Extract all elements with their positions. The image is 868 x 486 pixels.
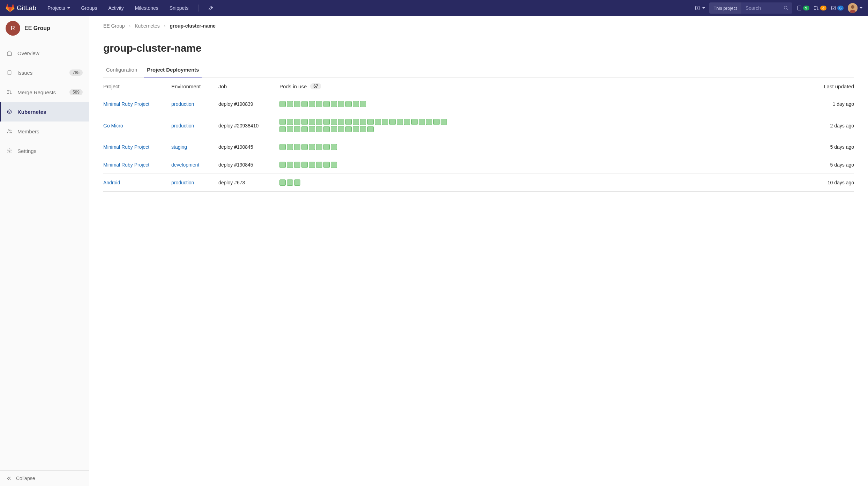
pod-square[interactable] — [279, 119, 286, 125]
pod-square[interactable] — [323, 144, 330, 150]
pod-square[interactable] — [345, 119, 352, 125]
pod-square[interactable] — [279, 101, 286, 107]
search-button[interactable] — [780, 5, 792, 11]
pod-square[interactable] — [353, 119, 359, 125]
pod-square[interactable] — [345, 126, 352, 132]
pod-square[interactable] — [331, 144, 337, 150]
pod-square[interactable] — [309, 101, 315, 107]
pod-square[interactable] — [331, 126, 337, 132]
gitlab-logo[interactable]: GitLab — [6, 3, 36, 13]
pod-square[interactable] — [301, 144, 308, 150]
project-link[interactable]: Minimal Ruby Project — [103, 101, 149, 107]
pod-square[interactable] — [316, 144, 322, 150]
pod-square[interactable] — [323, 101, 330, 107]
pod-square[interactable] — [294, 162, 300, 168]
pod-square[interactable] — [367, 126, 374, 132]
search-scope[interactable]: This project — [709, 2, 741, 14]
pod-square[interactable] — [331, 101, 337, 107]
project-link[interactable]: Minimal Ruby Project — [103, 162, 149, 168]
environment-link[interactable]: production — [171, 180, 194, 185]
pod-square[interactable] — [316, 101, 322, 107]
pod-square[interactable] — [287, 144, 293, 150]
header-todos[interactable]: 6 — [831, 5, 844, 11]
pod-square[interactable] — [375, 119, 381, 125]
pod-square[interactable] — [323, 126, 330, 132]
pod-square[interactable] — [338, 126, 344, 132]
pod-square[interactable] — [419, 119, 425, 125]
pod-square[interactable] — [294, 144, 300, 150]
pod-square[interactable] — [360, 119, 366, 125]
pod-square[interactable] — [397, 119, 403, 125]
pod-square[interactable] — [441, 119, 447, 125]
pod-square[interactable] — [323, 119, 330, 125]
pod-square[interactable] — [301, 126, 308, 132]
pod-square[interactable] — [294, 179, 300, 186]
pod-square[interactable] — [309, 119, 315, 125]
pod-square[interactable] — [367, 119, 374, 125]
project-link[interactable]: Minimal Ruby Project — [103, 144, 149, 150]
pod-square[interactable] — [287, 162, 293, 168]
nav-groups[interactable]: Groups — [77, 0, 102, 16]
pod-square[interactable] — [301, 119, 308, 125]
pod-square[interactable] — [294, 126, 300, 132]
pod-square[interactable] — [301, 162, 308, 168]
pod-square[interactable] — [360, 126, 366, 132]
pod-square[interactable] — [389, 119, 396, 125]
pod-square[interactable] — [309, 126, 315, 132]
header-issues[interactable]: 9 — [796, 5, 809, 11]
pod-square[interactable] — [287, 179, 293, 186]
environment-link[interactable]: production — [171, 101, 194, 107]
pod-square[interactable] — [279, 144, 286, 150]
pod-square[interactable] — [287, 119, 293, 125]
header-merge-requests[interactable]: 3 — [814, 5, 826, 11]
pod-square[interactable] — [287, 101, 293, 107]
project-link[interactable]: Go Micro — [103, 123, 123, 128]
sidebar-item-overview[interactable]: Overview — [0, 43, 89, 63]
nav-activity[interactable]: Activity — [104, 0, 128, 16]
sidebar-item-issues[interactable]: Issues 785 — [0, 63, 89, 82]
pod-square[interactable] — [345, 101, 352, 107]
search-input[interactable] — [741, 5, 780, 11]
sidebar-item-kubernetes[interactable]: Kubernetes — [0, 102, 89, 122]
new-dropdown[interactable] — [695, 5, 705, 11]
nav-snippets[interactable]: Snippets — [165, 0, 193, 16]
sidebar-item-merge-requests[interactable]: Merge Requests 589 — [0, 82, 89, 102]
pod-square[interactable] — [382, 119, 388, 125]
pod-square[interactable] — [426, 119, 432, 125]
pod-square[interactable] — [331, 162, 337, 168]
nav-milestones[interactable]: Milestones — [131, 0, 163, 16]
pod-square[interactable] — [294, 119, 300, 125]
nav-admin[interactable] — [204, 0, 218, 16]
pod-square[interactable] — [279, 126, 286, 132]
pod-square[interactable] — [309, 162, 315, 168]
tab-configuration[interactable]: Configuration — [103, 62, 140, 77]
project-link[interactable]: Android — [103, 180, 120, 185]
sidebar-header[interactable]: R EE Group — [0, 16, 89, 40]
pod-square[interactable] — [294, 101, 300, 107]
pod-square[interactable] — [279, 162, 286, 168]
pod-square[interactable] — [301, 101, 308, 107]
sidebar-item-settings[interactable]: Settings — [0, 141, 89, 161]
pod-square[interactable] — [353, 126, 359, 132]
breadcrumb-section[interactable]: Kubernetes — [135, 23, 160, 29]
pod-square[interactable] — [316, 119, 322, 125]
pod-square[interactable] — [353, 101, 359, 107]
pod-square[interactable] — [323, 162, 330, 168]
pod-square[interactable] — [309, 144, 315, 150]
sidebar-item-members[interactable]: Members — [0, 122, 89, 141]
pod-square[interactable] — [331, 119, 337, 125]
pod-square[interactable] — [360, 101, 366, 107]
pod-square[interactable] — [287, 126, 293, 132]
tab-project-deployments[interactable]: Project Deployments — [144, 62, 202, 78]
pod-square[interactable] — [411, 119, 418, 125]
environment-link[interactable]: production — [171, 123, 194, 128]
pod-square[interactable] — [279, 179, 286, 186]
pod-square[interactable] — [316, 162, 322, 168]
sidebar-collapse[interactable]: Collapse — [0, 470, 89, 486]
user-menu[interactable] — [848, 3, 862, 13]
environment-link[interactable]: development — [171, 162, 199, 168]
pod-square[interactable] — [316, 126, 322, 132]
pod-square[interactable] — [433, 119, 440, 125]
breadcrumb-group[interactable]: EE Group — [103, 23, 125, 29]
pod-square[interactable] — [338, 101, 344, 107]
